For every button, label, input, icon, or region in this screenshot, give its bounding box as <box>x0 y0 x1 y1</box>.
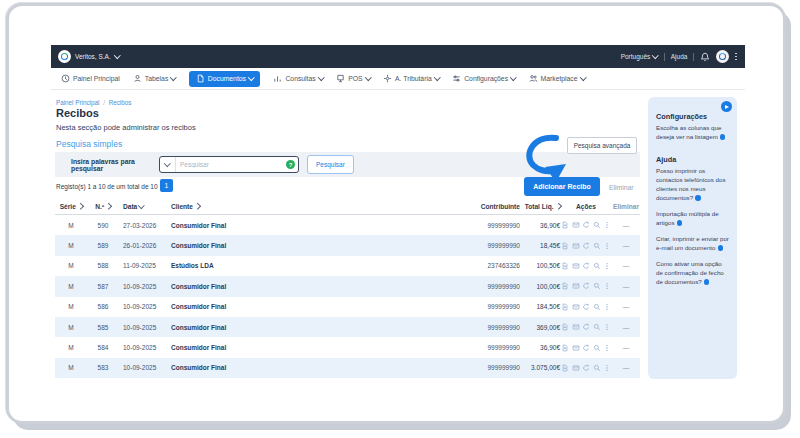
nav-item-pos[interactable]: POS <box>336 74 370 83</box>
cell-eliminar[interactable]: — <box>612 283 640 290</box>
document-icon[interactable] <box>561 282 569 290</box>
info-icon[interactable] <box>695 195 701 201</box>
document-icon[interactable] <box>561 242 569 250</box>
more-actions-icon[interactable] <box>603 262 611 270</box>
magnifier-icon[interactable] <box>593 282 601 290</box>
help-link-print-contacts[interactable]: Posso imprimir os contactos telefónicos … <box>656 167 729 203</box>
table-row[interactable]: M 585 10-09-2025 Consumidor Final 999999… <box>55 317 640 337</box>
magnifier-icon[interactable] <box>593 364 601 372</box>
help-link-create-print-email[interactable]: Criar, imprimir e enviar por e-mail um d… <box>656 235 729 253</box>
info-icon[interactable] <box>677 220 683 226</box>
nav-item-documentos[interactable]: Documentos <box>189 71 261 87</box>
cell-total: 36,90€ <box>522 222 560 229</box>
document-icon[interactable] <box>561 364 569 372</box>
search-field-dropdown[interactable] <box>160 157 176 172</box>
company-menu[interactable]: Veritos, S.A. <box>58 50 119 63</box>
magnifier-icon[interactable] <box>593 323 601 331</box>
magnifier-icon[interactable] <box>593 262 601 270</box>
cell-eliminar[interactable]: — <box>612 303 640 310</box>
cell-eliminar[interactable]: — <box>612 242 640 249</box>
cell-data: 10-09-2025 <box>119 344 167 351</box>
cell-eliminar[interactable]: — <box>612 324 640 331</box>
magnifier-icon[interactable] <box>593 303 601 311</box>
email-icon[interactable] <box>572 344 580 352</box>
notifications-bell-icon[interactable] <box>700 52 710 62</box>
help-link-close-confirmation[interactable]: Como ativar uma opção de confirmação de … <box>656 260 729 287</box>
chevron-down-icon <box>510 74 516 80</box>
table-row[interactable]: M 589 26-01-2026 Consumidor Final 999999… <box>55 235 640 255</box>
help-link[interactable]: Ajuda <box>671 53 688 60</box>
email-icon[interactable] <box>572 262 580 270</box>
document-icon[interactable] <box>561 262 569 270</box>
delete-link[interactable]: Eliminar <box>609 184 634 191</box>
email-icon[interactable] <box>572 303 580 311</box>
column-header-data[interactable]: Data <box>119 203 167 210</box>
nav-label: Documentos <box>208 75 246 82</box>
sidebar-config-text[interactable]: Escolha as colunas que deseja ver na lis… <box>656 124 729 142</box>
more-actions-icon[interactable] <box>603 344 611 352</box>
add-receipt-button[interactable]: Adicionar Recibo <box>524 177 600 196</box>
more-menu-icon[interactable] <box>735 53 737 61</box>
nav-item-tabelas[interactable]: Tabelas <box>133 74 176 83</box>
magnifier-icon[interactable] <box>593 242 601 250</box>
email-icon[interactable] <box>572 221 580 229</box>
pagination-page-1[interactable]: 1 <box>160 179 173 192</box>
help-link-multi-import[interactable]: Importação múltipla de artigos <box>656 210 729 228</box>
email-icon[interactable] <box>572 242 580 250</box>
search-input[interactable] <box>176 161 286 168</box>
cell-eliminar[interactable]: — <box>612 262 640 269</box>
table-row[interactable]: M 583 10-09-2025 Consumidor Final 999999… <box>55 358 640 378</box>
info-icon[interactable] <box>718 245 724 251</box>
more-actions-icon[interactable] <box>603 221 611 229</box>
table-row[interactable]: M 587 10-09-2025 Consumidor Final 999999… <box>55 276 640 296</box>
advanced-search-button[interactable]: Pesquisa avançada <box>567 137 637 154</box>
refresh-icon[interactable] <box>582 282 590 290</box>
column-header-cliente[interactable]: Cliente <box>167 203 450 210</box>
column-header-total[interactable]: Total Líq. <box>522 203 560 210</box>
table-row[interactable]: M 586 10-09-2025 Consumidor Final 999999… <box>55 297 640 317</box>
document-icon[interactable] <box>561 344 569 352</box>
column-header-serie[interactable]: Série <box>55 203 87 210</box>
email-icon[interactable] <box>572 364 580 372</box>
play-button[interactable] <box>721 101 732 112</box>
search-button[interactable]: Pesquisar <box>307 155 354 174</box>
document-icon[interactable] <box>561 323 569 331</box>
info-icon[interactable] <box>720 134 726 140</box>
more-actions-icon[interactable] <box>603 364 611 372</box>
refresh-icon[interactable] <box>582 344 590 352</box>
refresh-icon[interactable] <box>582 323 590 331</box>
email-icon[interactable] <box>572 282 580 290</box>
more-actions-icon[interactable] <box>603 303 611 311</box>
magnifier-icon[interactable] <box>593 344 601 352</box>
cell-eliminar[interactable]: — <box>612 364 640 371</box>
nav-item-painel-principal[interactable]: Painel Principal <box>61 74 120 83</box>
nav-item-consultas[interactable]: Consultas <box>273 74 323 83</box>
more-actions-icon[interactable] <box>603 242 611 250</box>
table-row[interactable]: M 590 27-03-2026 Consumidor Final 999999… <box>55 215 640 235</box>
refresh-icon[interactable] <box>582 242 590 250</box>
cell-eliminar[interactable]: — <box>612 344 640 351</box>
refresh-icon[interactable] <box>582 221 590 229</box>
user-avatar[interactable] <box>716 50 729 63</box>
language-selector[interactable]: Português <box>621 53 658 60</box>
breadcrumb-recibos[interactable]: Recibos <box>109 99 132 106</box>
table-row[interactable]: M 584 10-09-2025 Consumidor Final 999999… <box>55 337 640 357</box>
refresh-icon[interactable] <box>582 303 590 311</box>
cell-eliminar[interactable]: — <box>612 222 640 229</box>
document-icon[interactable] <box>561 221 569 229</box>
refresh-icon[interactable] <box>582 262 590 270</box>
email-icon[interactable] <box>572 323 580 331</box>
refresh-icon[interactable] <box>582 364 590 372</box>
nav-item-marketplace[interactable]: Marketplace <box>529 74 586 83</box>
search-help-icon[interactable]: ? <box>286 160 295 169</box>
info-icon[interactable] <box>704 279 710 285</box>
magnifier-icon[interactable] <box>593 221 601 229</box>
document-icon[interactable] <box>561 303 569 311</box>
nav-item-a-tributaria[interactable]: A. Tributária <box>383 74 439 83</box>
nav-item-configuracoes[interactable]: Configurações <box>452 74 515 83</box>
breadcrumb-painel-principal[interactable]: Painel Principal <box>56 99 99 106</box>
more-actions-icon[interactable] <box>603 282 611 290</box>
table-row[interactable]: M 588 11-09-2025 Estúdios LDA 237463326 … <box>55 256 640 276</box>
column-header-numero[interactable]: N.º <box>87 203 119 210</box>
more-actions-icon[interactable] <box>603 323 611 331</box>
